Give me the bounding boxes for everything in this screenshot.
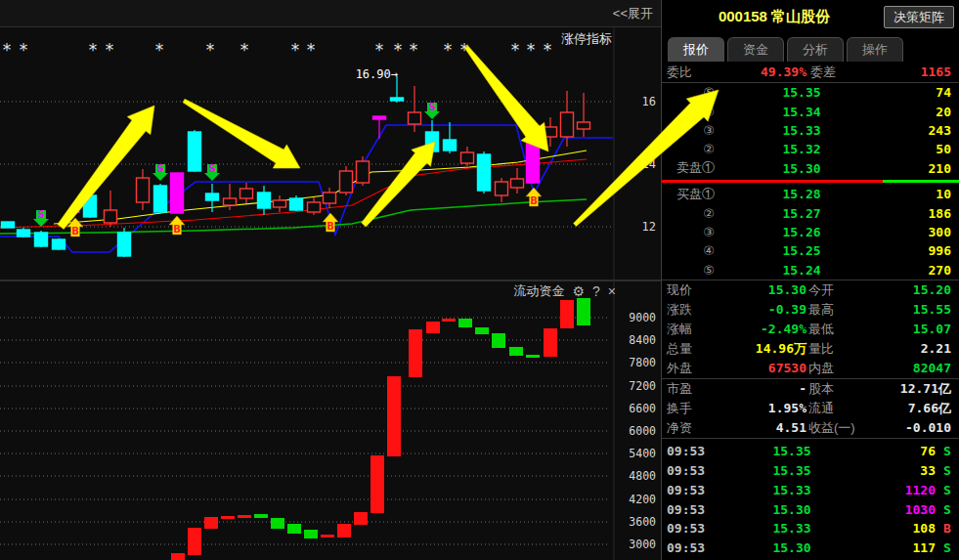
- stat-row: 市盈 - 股本 12.71亿: [662, 379, 959, 399]
- order-level-label: ⑤: [662, 85, 715, 100]
- gear-icon[interactable]: ⚙: [572, 284, 585, 298]
- svg-text:4800: 4800: [629, 469, 656, 483]
- svg-text:*: *: [206, 40, 215, 60]
- weibi-label: 委比: [662, 64, 707, 81]
- svg-text:*: *: [89, 40, 98, 60]
- stat-value-2: 7.66亿: [867, 400, 959, 417]
- weibi-row: 委比 49.39% 委差 1165: [662, 62, 959, 83]
- tick-volume: 76: [873, 444, 936, 458]
- stat-label-2: 股本: [806, 380, 867, 398]
- order-level-row: ② 15.32 50: [662, 140, 959, 158]
- order-level-label: ③: [662, 123, 715, 138]
- tick-side: S: [936, 463, 959, 478]
- stat-value-2: 15.07: [867, 322, 959, 336]
- svg-text:8400: 8400: [629, 333, 656, 347]
- stat-label-1: 涨幅: [662, 321, 707, 338]
- tick-time: 09:53: [662, 540, 711, 555]
- order-level-volume: 50: [889, 142, 959, 156]
- stat-label-1: 总量: [662, 340, 707, 358]
- stat-label-2: 最高: [806, 301, 867, 319]
- tick-side: S: [936, 483, 959, 497]
- svg-text:*: *: [394, 40, 403, 60]
- tick-time: 09:53: [662, 521, 711, 536]
- stat-label-1: 换手: [662, 400, 707, 417]
- svg-text:*: *: [106, 40, 114, 60]
- tick-price: 15.35: [711, 463, 873, 478]
- svg-text:S: S: [428, 102, 435, 112]
- help-icon[interactable]: ?: [592, 284, 600, 298]
- order-level-price: 15.24: [715, 263, 889, 278]
- app-window: <<展开 涨停指标 161412900084007800720066006000…: [0, 0, 959, 560]
- tick-price: 15.33: [711, 483, 873, 497]
- order-level-volume: 74: [889, 85, 959, 100]
- quote-panel-header: 000158 常山股份 决策矩阵: [662, 0, 959, 32]
- tick-price: 15.35: [711, 444, 873, 458]
- svg-text:B: B: [327, 221, 334, 232]
- weicha-label: 委差: [806, 64, 867, 81]
- main-chart-canvas[interactable]: 1614129000840078007200660060005400480042…: [0, 0, 661, 560]
- order-level-price: 15.30: [715, 161, 889, 176]
- stat-label-2: 流通: [806, 400, 867, 417]
- buy-levels: 买盘① 15.28 10 ② 15.27 186 ③ 15.26 300 ④ 1…: [662, 185, 959, 280]
- stat-value-1: 4.51: [707, 420, 806, 435]
- order-level-row: 买盘① 15.28 10: [662, 185, 959, 203]
- stat-label-2: 最低: [806, 321, 867, 338]
- stat-row: 涨幅 -2.49% 最低 15.07: [662, 320, 959, 339]
- weicha-value: 1165: [867, 65, 959, 79]
- svg-text:*: *: [3, 40, 12, 60]
- order-level-volume: 243: [889, 123, 959, 138]
- tick-time: 09:53: [662, 444, 711, 458]
- sub-chart-header: 流动资金 ⚙ ? ×: [502, 282, 616, 300]
- tick-list: 09:53 15.35 76 S 09:53 15.35 33 S 09:53 …: [662, 439, 959, 558]
- order-level-price: 15.27: [715, 206, 889, 221]
- tick-row: 09:53 15.30 1030 S: [662, 499, 959, 519]
- stat-value-2: 82047: [867, 361, 959, 375]
- stat-value-1: -: [707, 381, 806, 396]
- bid-ask-ratio-bar: [662, 179, 959, 184]
- tab-报价[interactable]: 报价: [668, 37, 724, 62]
- svg-text:6000: 6000: [629, 424, 656, 438]
- tab-分析[interactable]: 分析: [787, 37, 844, 62]
- order-level-row: ⑤ 15.35 74: [662, 83, 959, 102]
- svg-text:S: S: [37, 209, 44, 220]
- tick-row: 09:53 15.35 33 S: [662, 461, 959, 481]
- svg-text:*: *: [240, 40, 249, 60]
- order-level-label: ②: [662, 142, 715, 156]
- order-level-volume: 210: [889, 161, 959, 176]
- tab-操作[interactable]: 操作: [847, 37, 903, 62]
- order-level-price: 15.25: [715, 243, 889, 258]
- svg-text:*: *: [155, 40, 164, 60]
- svg-text:B: B: [530, 195, 538, 206]
- tick-volume: 108: [873, 521, 936, 536]
- stat-label-1: 净资: [662, 419, 707, 437]
- sub-chart-title: 流动资金: [513, 282, 564, 300]
- tick-side: S: [936, 502, 959, 517]
- stat-row: 涨跌 -0.39 最高 15.55: [662, 300, 959, 320]
- stat-label-1: 现价: [662, 281, 707, 299]
- stat-value-1: 15.30: [707, 282, 806, 297]
- order-level-label: 卖盘①: [662, 159, 715, 177]
- ratio-red-segment: [662, 180, 883, 183]
- stats-block-2: 市盈 - 股本 12.71亿 换手 1.95% 流通 7.66亿 净资 4.51…: [662, 379, 959, 439]
- stat-label-1: 市盈: [662, 380, 707, 398]
- stat-row: 净资 4.51 收益(一) -0.010: [662, 418, 959, 438]
- tab-资金[interactable]: 资金: [727, 37, 784, 62]
- svg-text:7800: 7800: [629, 356, 656, 369]
- stat-value-2: 15.55: [867, 302, 959, 317]
- sell-levels: ⑤ 15.35 74 ④ 15.34 20 ③ 15.33 243 ② 15.3…: [662, 83, 959, 178]
- tick-time: 09:53: [662, 502, 711, 517]
- stat-value-1: 1.95%: [707, 401, 806, 415]
- stat-label-2: 量比: [806, 340, 867, 358]
- svg-text:*: *: [20, 40, 28, 60]
- quote-tabs: 报价资金分析操作: [662, 37, 959, 62]
- svg-text:16.90→: 16.90→: [356, 67, 398, 81]
- ratio-green-segment: [883, 180, 959, 183]
- order-level-volume: 996: [889, 243, 959, 258]
- tick-row: 09:53 15.35 76 S: [662, 442, 959, 461]
- decision-matrix-button[interactable]: 决策矩阵: [884, 6, 954, 28]
- close-icon[interactable]: ×: [608, 284, 616, 298]
- tick-row: 09:53 15.33 1120 S: [662, 481, 959, 500]
- stat-value-1: -2.49%: [707, 322, 806, 336]
- stat-value-2: 2.21: [867, 341, 959, 356]
- tick-price: 15.33: [711, 521, 873, 536]
